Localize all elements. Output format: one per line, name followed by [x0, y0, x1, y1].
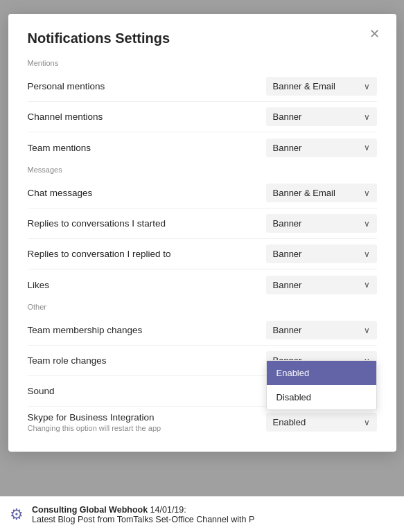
section-label-mentions: Mentions	[28, 59, 377, 67]
dropdown-team-membership[interactable]: Banner∨	[266, 321, 377, 339]
chevron-down-icon: ∨	[364, 82, 370, 91]
row-label-skype-integration: Skype for Business Integration	[28, 412, 161, 423]
dropdown-likes[interactable]: Banner∨	[266, 276, 377, 294]
bottom-bar-title: Consulting Global Webhook	[32, 505, 148, 515]
dropdown-replies-started[interactable]: Banner∨	[266, 214, 377, 233]
dropdown-channel-mentions[interactable]: Banner∨	[266, 107, 377, 126]
settings-row-team-membership: Team membership changesBanner∨	[28, 315, 377, 346]
settings-row-likes: LikesBanner∨	[28, 269, 377, 300]
chevron-down-icon: ∨	[364, 112, 370, 122]
dropdown-team-mentions[interactable]: Banner∨	[266, 139, 377, 157]
modal-title: Notifications Settings	[28, 30, 377, 46]
settings-row-replies-replied: Replies to conversation I replied toBann…	[28, 239, 377, 269]
settings-row-team-mentions: Team mentionsBanner∨	[28, 132, 377, 163]
dropdown-value-replies-replied: Banner	[273, 249, 302, 259]
dropdown-option-disabled[interactable]: Disabled	[267, 385, 376, 409]
settings-row-chat-messages: Chat messagesBanner & Email∨	[28, 178, 377, 209]
close-button[interactable]: ✕	[364, 25, 385, 43]
webhook-icon: ⚙	[10, 506, 24, 524]
dropdown-value-channel-mentions: Banner	[273, 112, 302, 122]
chevron-down-icon: ∨	[364, 326, 370, 335]
dropdown-replies-replied[interactable]: Banner∨	[266, 245, 377, 263]
bottom-bar-suffix: Channel with P	[196, 515, 254, 524]
row-label-team-membership: Team membership changes	[28, 325, 143, 335]
skype-integration-dropdown-popup: Enabled Disabled	[266, 360, 377, 410]
chevron-down-icon: ∨	[364, 188, 370, 198]
row-label-personal-mentions: Personal mentions	[28, 81, 105, 91]
row-label-likes: Likes	[28, 280, 50, 290]
chevron-down-icon: ∨	[364, 280, 370, 290]
row-label-replies-replied: Replies to conversation I replied to	[28, 249, 171, 259]
dropdown-option-enabled[interactable]: Enabled	[267, 361, 376, 385]
modal-overlay: Notifications Settings ✕ MentionsPersona…	[0, 0, 404, 532]
row-label-replies-started: Replies to conversations I started	[28, 218, 166, 229]
bottom-bar-subtitle: Latest Blog Post from TomTalks Set-Offic…	[32, 515, 194, 524]
row-label-team-mentions: Team mentions	[28, 143, 91, 153]
dropdown-value-team-membership: Banner	[273, 325, 302, 335]
dropdown-chat-messages[interactable]: Banner & Email∨	[266, 184, 377, 202]
chevron-down-icon: ∨	[364, 219, 370, 229]
dropdown-value-personal-mentions: Banner & Email	[273, 81, 335, 91]
section-mentions: MentionsPersonal mentionsBanner & Email∨…	[28, 59, 377, 163]
section-label-messages: Messages	[28, 166, 377, 174]
settings-row-replies-started: Replies to conversations I startedBanner…	[28, 209, 377, 239]
dropdown-value-skype-integration: Enabled	[273, 417, 306, 427]
dropdown-skype-integration[interactable]: Enabled∨	[266, 413, 377, 432]
chevron-down-icon: ∨	[364, 143, 370, 152]
row-sublabel-skype-integration: Changing this option will restart the ap…	[28, 424, 161, 432]
row-label-sound: Sound	[28, 386, 55, 396]
bottom-bar-content: Consulting Global Webhook 14/01/19: Late…	[32, 505, 254, 524]
settings-row-skype-integration: Skype for Business IntegrationChanging t…	[28, 407, 377, 438]
dropdown-personal-mentions[interactable]: Banner & Email∨	[266, 77, 377, 96]
dropdown-value-replies-started: Banner	[273, 218, 302, 229]
row-label-channel-mentions: Channel mentions	[28, 112, 103, 122]
section-label-other: Other	[28, 303, 377, 311]
row-label-team-role: Team role changes	[28, 355, 107, 366]
section-messages: MessagesChat messagesBanner & Email∨Repl…	[28, 166, 377, 300]
settings-row-personal-mentions: Personal mentionsBanner & Email∨	[28, 71, 377, 102]
row-label-chat-messages: Chat messages	[28, 188, 93, 198]
dropdown-value-likes: Banner	[273, 280, 302, 290]
bottom-notification-bar: ⚙ Consulting Global Webhook 14/01/19: La…	[0, 496, 404, 532]
notifications-modal: Notifications Settings ✕ MentionsPersona…	[8, 14, 396, 452]
chevron-down-icon: ∨	[364, 249, 370, 259]
chevron-down-icon: ∨	[364, 418, 370, 427]
settings-row-channel-mentions: Channel mentionsBanner∨	[28, 102, 377, 132]
dropdown-value-team-mentions: Banner	[273, 143, 302, 153]
bottom-bar-timestamp: 14/01/19:	[150, 505, 186, 515]
dropdown-value-chat-messages: Banner & Email	[273, 188, 335, 198]
